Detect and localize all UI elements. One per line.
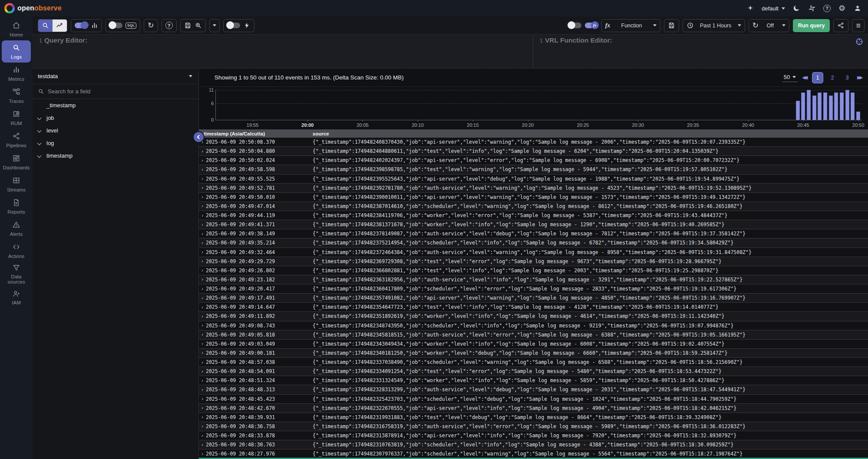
share-link-button[interactable] <box>833 19 848 32</box>
function-dropdown[interactable]: fx Function <box>601 19 660 32</box>
sidebar-item-actions[interactable]: Actions <box>2 240 31 262</box>
sidebar-item-dashboards[interactable]: Dashboards <box>2 151 31 173</box>
expand-row-icon[interactable]: › <box>199 231 206 237</box>
column-header-timestamp[interactable]: timestamp (Asia/Calcutta) <box>199 131 313 136</box>
log-row[interactable]: ›2025-06-09 20:49:00.181{"_timestamp":17… <box>199 349 868 358</box>
log-row[interactable]: ›2025-06-09 20:49:03.049{"_timestamp":17… <box>199 340 868 349</box>
log-row[interactable]: ›2025-06-09 20:49:55.525{"_timestamp":17… <box>199 175 868 184</box>
expand-row-icon[interactable]: › <box>199 176 206 182</box>
log-row[interactable]: ›2025-06-09 20:49:17.491{"_timestamp":17… <box>199 294 868 303</box>
sidebar-item-metrics[interactable]: Metrics <box>2 63 31 85</box>
field-search-input[interactable]: Search for a field <box>33 84 198 99</box>
sidebar-item-data-sources[interactable]: Data sources <box>2 262 31 286</box>
sidebar-item-traces[interactable]: Traces <box>2 85 31 107</box>
field-item-level[interactable]: level <box>33 124 198 137</box>
expand-row-icon[interactable]: › <box>199 442 206 448</box>
page-button-2[interactable]: 2 <box>827 72 838 83</box>
field-item-job[interactable]: job <box>33 112 198 124</box>
search-mode-button[interactable] <box>38 20 53 32</box>
log-row[interactable]: ›2025-06-09 20:48:57.038{"_timestamp":17… <box>199 358 868 367</box>
expand-row-icon[interactable]: › <box>199 423 206 429</box>
expand-row-icon[interactable]: › <box>199 267 206 273</box>
log-row[interactable]: ›2025-06-09 20:49:11.892{"_timestamp":17… <box>199 312 868 321</box>
expand-row-icon[interactable]: › <box>199 323 206 328</box>
sidebar-item-alerts[interactable]: Alerts <box>2 218 31 240</box>
log-row[interactable]: ›2025-06-09 20:50:08.370{"_timestamp":17… <box>199 138 868 147</box>
log-row[interactable]: ›2025-06-09 20:50:04.880{"_timestamp":17… <box>199 147 868 156</box>
sidebar-item-iam[interactable]: IAM <box>2 286 31 308</box>
log-row[interactable]: ›2025-06-09 20:49:32.464{"_timestamp":17… <box>199 248 868 257</box>
page-button-3[interactable]: 3 <box>842 72 853 83</box>
sql-mode-group[interactable]: SQL <box>106 19 140 32</box>
openobserve-logo[interactable]: openobserve <box>4 3 62 13</box>
log-row[interactable]: ›2025-06-09 20:48:51.324{"_timestamp":17… <box>199 376 868 385</box>
sidebar-item-reports[interactable]: Reports <box>2 195 31 218</box>
quick-mode-group[interactable] <box>223 19 254 32</box>
collapse-fields-button[interactable] <box>193 131 205 143</box>
last-page-button[interactable]: ▶▶ <box>857 75 863 80</box>
sidebar-item-pipelines[interactable]: Pipelines <box>2 129 31 151</box>
log-row[interactable]: ›2025-06-09 20:48:54.091{"_timestamp":17… <box>199 367 868 376</box>
auto-refresh-dropdown[interactable]: ↻ Off <box>749 19 789 32</box>
saved-views-dropdown[interactable] <box>209 19 220 32</box>
log-row[interactable]: ›2025-06-09 20:49:35.214{"_timestamp":17… <box>199 238 868 248</box>
quick-mode-toggle[interactable] <box>227 23 240 28</box>
log-row[interactable]: ›2025-06-09 20:49:14.647{"_timestamp":17… <box>199 303 868 312</box>
expand-row-icon[interactable]: › <box>199 194 206 200</box>
user-profile-icon[interactable] <box>853 4 862 13</box>
expand-row-icon[interactable]: › <box>199 332 206 337</box>
sql-toggle[interactable] <box>109 23 122 28</box>
expand-row-icon[interactable]: › <box>199 341 206 347</box>
saved-views-group[interactable] <box>180 19 206 32</box>
slack-icon[interactable] <box>808 4 816 13</box>
expand-row-icon[interactable]: › <box>199 387 206 393</box>
log-row[interactable]: ›2025-06-09 20:49:52.781{"_timestamp":17… <box>199 184 868 193</box>
log-row[interactable]: ›2025-06-09 20:49:58.598{"_timestamp":17… <box>199 165 868 174</box>
sidebar-item-logs[interactable]: Logs <box>2 40 31 63</box>
dark-mode-moon-icon[interactable] <box>792 4 801 13</box>
expand-row-icon[interactable]: › <box>199 405 206 411</box>
settings-gear-icon[interactable]: ⚙ <box>838 4 846 13</box>
expand-row-icon[interactable]: › <box>199 304 206 310</box>
sidebar-item-home[interactable]: Home <box>2 18 31 40</box>
expand-row-icon[interactable]: › <box>199 295 206 301</box>
page-size-select[interactable]: 50 <box>782 73 798 82</box>
expand-row-icon[interactable]: › <box>199 369 206 374</box>
field-item-timestamp[interactable]: timestamp <box>33 149 198 162</box>
transform-toggle[interactable] <box>568 23 581 28</box>
expand-row-icon[interactable]: › <box>199 378 206 383</box>
expand-row-icon[interactable]: › <box>199 286 206 292</box>
log-row[interactable]: ›2025-06-09 20:49:26.802{"_timestamp":17… <box>199 266 868 275</box>
expand-row-icon[interactable]: › <box>199 414 206 420</box>
organization-select[interactable]: default <box>762 5 785 12</box>
log-row[interactable]: ›2025-06-09 20:49:23.182{"_timestamp":17… <box>199 275 868 284</box>
expand-row-icon[interactable]: › <box>199 277 206 282</box>
save-function-button[interactable] <box>664 19 679 32</box>
expand-row-icon[interactable]: › <box>199 158 206 163</box>
run-query-button[interactable]: Run query <box>793 19 830 32</box>
expand-row-icon[interactable]: › <box>199 167 206 172</box>
expand-row-icon[interactable]: › <box>199 203 206 209</box>
log-row[interactable]: ›2025-06-09 20:49:41.371{"_timestamp":17… <box>199 220 868 229</box>
stream-select[interactable]: testdata <box>33 69 198 84</box>
log-row[interactable]: ›2025-06-09 20:48:48.313{"_timestamp":17… <box>199 385 868 394</box>
log-row[interactable]: ›2025-06-09 20:48:39.931{"_timestamp":17… <box>199 413 868 422</box>
page-button-1[interactable]: 1 <box>812 72 823 83</box>
expand-row-icon[interactable]: › <box>199 149 206 154</box>
expand-row-icon[interactable]: › <box>199 222 206 228</box>
log-row[interactable]: ›2025-06-09 20:50:02.024{"_timestamp":17… <box>199 156 868 165</box>
sidebar-item-rum[interactable]: RUM <box>2 107 31 129</box>
time-range-dropdown[interactable]: Past 1 Hours <box>683 19 745 32</box>
visualize-mode-button[interactable] <box>53 20 67 32</box>
reset-filters-button[interactable]: ↻ <box>144 19 158 32</box>
help-icon[interactable]: ? <box>823 5 831 12</box>
sidebar-item-streams[interactable]: Streams <box>2 173 31 195</box>
editor-focus-icon[interactable] <box>855 37 864 48</box>
log-row[interactable]: ›2025-06-09 20:48:42.670{"_timestamp":17… <box>199 404 868 413</box>
log-row[interactable]: ›2025-06-09 20:48:36.758{"_timestamp":17… <box>199 422 868 431</box>
log-row[interactable]: ›2025-06-09 20:48:33.878{"_timestamp":17… <box>199 431 868 440</box>
fx-editor-toggle[interactable]: fx <box>585 23 598 28</box>
field-item-_timestamp[interactable]: _timestamp <box>33 99 198 112</box>
log-row[interactable]: ›2025-06-09 20:49:44.119{"_timestamp":17… <box>199 211 868 220</box>
sparkle-icon[interactable] <box>746 4 755 13</box>
